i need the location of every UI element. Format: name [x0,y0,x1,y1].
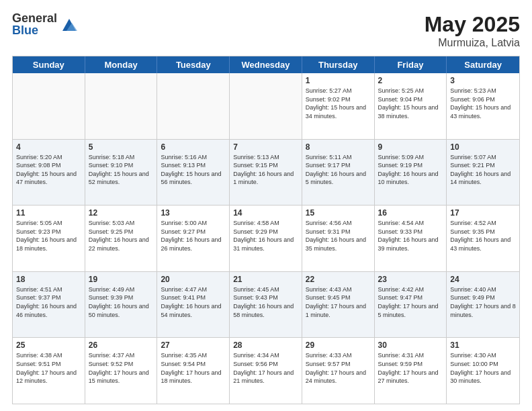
day-number: 30 [378,340,443,350]
logo: General Blue [12,12,79,36]
header-sunday: Sunday [13,56,85,73]
day-info: Sunrise: 4:43 AM Sunset: 9:45 PM Dayligh… [306,285,371,319]
calendar-cell: 28Sunrise: 4:34 AM Sunset: 9:56 PM Dayli… [230,338,302,404]
day-info: Sunrise: 4:35 AM Sunset: 9:54 PM Dayligh… [161,351,226,385]
day-info: Sunrise: 5:11 AM Sunset: 9:17 PM Dayligh… [306,153,371,187]
calendar-cell: 15Sunrise: 4:56 AM Sunset: 9:31 PM Dayli… [302,205,375,271]
day-info: Sunrise: 5:27 AM Sunset: 9:02 PM Dayligh… [306,87,371,120]
day-number: 5 [89,142,154,152]
day-number: 29 [306,340,371,350]
calendar-cell: 13Sunrise: 5:00 AM Sunset: 9:27 PM Dayli… [157,205,230,271]
day-number: 23 [378,275,443,284]
day-number: 22 [306,275,371,284]
header: General Blue May 2025 Murmuiza, Latvia [12,12,520,49]
day-number: 28 [233,340,298,350]
title-month: May 2025 [425,12,520,37]
day-info: Sunrise: 5:00 AM Sunset: 9:27 PM Dayligh… [161,219,226,253]
calendar-cell: 5Sunrise: 5:18 AM Sunset: 9:10 PM Daylig… [85,140,158,205]
day-info: Sunrise: 5:05 AM Sunset: 9:23 PM Dayligh… [16,219,81,253]
day-info: Sunrise: 4:34 AM Sunset: 9:56 PM Dayligh… [233,351,298,385]
title-location: Murmuiza, Latvia [425,37,520,49]
day-number: 26 [89,340,154,350]
day-info: Sunrise: 4:40 AM Sunset: 9:49 PM Dayligh… [450,285,516,319]
calendar-cell: 11Sunrise: 5:05 AM Sunset: 9:23 PM Dayli… [13,205,85,271]
day-number: 27 [161,340,226,350]
calendar-cell: 2Sunrise: 5:25 AM Sunset: 9:04 PM Daylig… [375,73,447,139]
day-info: Sunrise: 5:25 AM Sunset: 9:04 PM Dayligh… [378,87,443,120]
header-wednesday: Wednesday [230,56,302,73]
day-info: Sunrise: 4:52 AM Sunset: 9:35 PM Dayligh… [450,219,516,253]
day-number: 12 [89,208,154,218]
header-monday: Monday [85,56,158,73]
calendar-cell: 18Sunrise: 4:51 AM Sunset: 9:37 PM Dayli… [13,272,85,338]
day-number: 1 [306,76,371,85]
day-number: 9 [378,142,443,152]
day-number: 14 [233,208,298,218]
calendar-cell: 6Sunrise: 5:16 AM Sunset: 9:13 PM Daylig… [157,140,230,205]
header-friday: Friday [375,56,447,73]
day-number: 20 [161,275,226,284]
day-info: Sunrise: 4:42 AM Sunset: 9:47 PM Dayligh… [378,285,443,319]
day-number: 2 [378,76,443,85]
day-info: Sunrise: 4:51 AM Sunset: 9:37 PM Dayligh… [16,285,81,319]
calendar-row: 18Sunrise: 4:51 AM Sunset: 9:37 PM Dayli… [13,272,519,338]
day-number: 11 [16,208,81,218]
day-info: Sunrise: 5:09 AM Sunset: 9:19 PM Dayligh… [378,153,443,187]
calendar-cell: 25Sunrise: 4:38 AM Sunset: 9:51 PM Dayli… [13,338,85,404]
calendar-row: 4Sunrise: 5:20 AM Sunset: 9:08 PM Daylig… [13,140,519,206]
calendar-header: Sunday Monday Tuesday Wednesday Thursday… [13,56,519,73]
day-info: Sunrise: 4:31 AM Sunset: 9:59 PM Dayligh… [378,351,443,385]
day-number: 21 [233,275,298,284]
day-number: 24 [450,275,516,284]
day-info: Sunrise: 4:38 AM Sunset: 9:51 PM Dayligh… [16,351,81,385]
day-number: 19 [89,275,154,284]
calendar-cell [13,73,85,139]
calendar: Sunday Monday Tuesday Wednesday Thursday… [12,56,520,404]
calendar-cell: 26Sunrise: 4:37 AM Sunset: 9:52 PM Dayli… [85,338,158,404]
calendar-cell [230,73,302,139]
day-number: 3 [450,76,516,85]
day-info: Sunrise: 5:20 AM Sunset: 9:08 PM Dayligh… [16,153,81,187]
day-number: 17 [450,208,516,218]
calendar-cell: 21Sunrise: 4:45 AM Sunset: 9:43 PM Dayli… [230,272,302,338]
calendar-cell: 29Sunrise: 4:33 AM Sunset: 9:57 PM Dayli… [302,338,375,404]
day-number: 18 [16,275,81,284]
logo-text: General Blue [12,12,57,36]
day-number: 6 [161,142,226,152]
day-info: Sunrise: 4:47 AM Sunset: 9:41 PM Dayligh… [161,285,226,319]
calendar-cell: 27Sunrise: 4:35 AM Sunset: 9:54 PM Dayli… [157,338,230,404]
calendar-cell: 17Sunrise: 4:52 AM Sunset: 9:35 PM Dayli… [447,205,519,271]
calendar-cell: 20Sunrise: 4:47 AM Sunset: 9:41 PM Dayli… [157,272,230,338]
day-info: Sunrise: 5:03 AM Sunset: 9:25 PM Dayligh… [89,219,154,253]
day-info: Sunrise: 4:33 AM Sunset: 9:57 PM Dayligh… [306,351,371,385]
day-info: Sunrise: 4:37 AM Sunset: 9:52 PM Dayligh… [89,351,154,385]
day-info: Sunrise: 5:13 AM Sunset: 9:15 PM Dayligh… [233,153,298,187]
day-info: Sunrise: 4:49 AM Sunset: 9:39 PM Dayligh… [89,285,154,319]
header-thursday: Thursday [302,56,375,73]
calendar-row: 25Sunrise: 4:38 AM Sunset: 9:51 PM Dayli… [13,338,519,404]
calendar-cell: 24Sunrise: 4:40 AM Sunset: 9:49 PM Dayli… [447,272,519,338]
day-number: 15 [306,208,371,218]
day-info: Sunrise: 5:18 AM Sunset: 9:10 PM Dayligh… [89,153,154,187]
day-info: Sunrise: 4:56 AM Sunset: 9:31 PM Dayligh… [306,219,371,253]
day-number: 31 [450,340,516,350]
calendar-cell: 23Sunrise: 4:42 AM Sunset: 9:47 PM Dayli… [375,272,447,338]
logo-general: General [12,12,57,24]
logo-icon [60,15,79,34]
day-number: 16 [378,208,443,218]
calendar-cell: 22Sunrise: 4:43 AM Sunset: 9:45 PM Dayli… [302,272,375,338]
page: General Blue May 2025 Murmuiza, Latvia S… [0,0,532,411]
calendar-cell: 30Sunrise: 4:31 AM Sunset: 9:59 PM Dayli… [375,338,447,404]
day-number: 13 [161,208,226,218]
day-info: Sunrise: 4:45 AM Sunset: 9:43 PM Dayligh… [233,285,298,319]
calendar-cell: 7Sunrise: 5:13 AM Sunset: 9:15 PM Daylig… [230,140,302,205]
calendar-cell: 31Sunrise: 4:30 AM Sunset: 10:00 PM Dayl… [447,338,519,404]
calendar-cell: 16Sunrise: 4:54 AM Sunset: 9:33 PM Dayli… [375,205,447,271]
calendar-cell: 10Sunrise: 5:07 AM Sunset: 9:21 PM Dayli… [447,140,519,205]
calendar-cell: 14Sunrise: 4:58 AM Sunset: 9:29 PM Dayli… [230,205,302,271]
calendar-cell: 19Sunrise: 4:49 AM Sunset: 9:39 PM Dayli… [85,272,158,338]
calendar-cell: 1Sunrise: 5:27 AM Sunset: 9:02 PM Daylig… [302,73,375,139]
day-info: Sunrise: 4:54 AM Sunset: 9:33 PM Dayligh… [378,219,443,253]
calendar-row: 1Sunrise: 5:27 AM Sunset: 9:02 PM Daylig… [13,73,519,140]
day-info: Sunrise: 5:07 AM Sunset: 9:21 PM Dayligh… [450,153,516,187]
